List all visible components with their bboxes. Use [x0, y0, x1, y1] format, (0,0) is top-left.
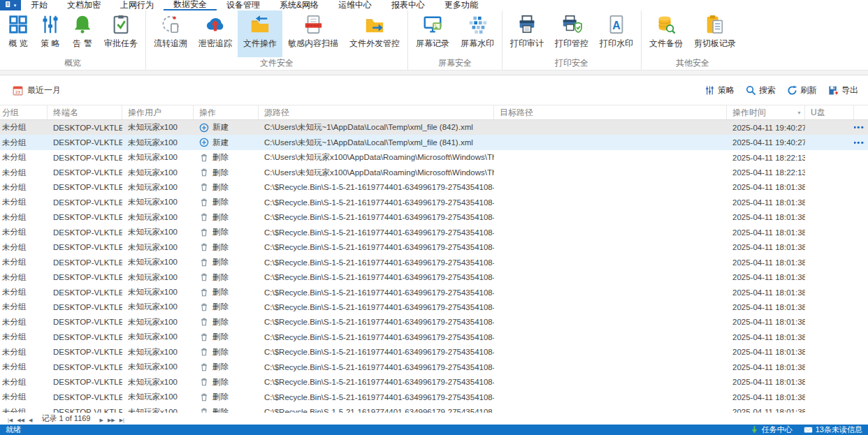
cell-time: 2025-04-11 18:01:38: [727, 288, 805, 297]
table-row[interactable]: 未分组DESKTOP-VLKTLE1未知玩家x100删除C:\$Recycle.…: [0, 374, 868, 389]
ribbon-button-屏幕水印[interactable]: 屏幕水印: [455, 10, 500, 57]
table-row[interactable]: 未分组DESKTOP-VLKTLE1未知玩家x100删除C:\$Recycle.…: [0, 315, 868, 330]
prev-fast-button[interactable]: ◀◀: [15, 418, 27, 422]
ribbon-button-打印审计[interactable]: 打印审计: [505, 10, 549, 57]
cell-group: 未分组: [0, 182, 48, 193]
table-row[interactable]: 未分组DESKTOP-VLKTLE1未知玩家x100删除C:\$Recycle.…: [0, 255, 868, 270]
column-header-操作用户[interactable]: 操作用户: [122, 105, 194, 119]
tab-设备管理[interactable]: 设备管理: [217, 0, 270, 10]
cell-time: 2025-04-11 18:01:38: [727, 363, 805, 371]
ribbon-button-概览[interactable]: 概 览: [2, 10, 34, 57]
ribbon-button-剪切板记录[interactable]: 剪切板记录: [688, 10, 742, 57]
ribbon-button-泄密追踪[interactable]: 泄密追踪: [193, 10, 238, 57]
download-arrow-icon: [750, 425, 759, 434]
table-row[interactable]: 未分组DESKTOP-VLKTLE1未知玩家x100删除C:\$Recycle.…: [0, 195, 868, 209]
operation-label: 删除: [212, 272, 229, 283]
filter-dropdown-icon[interactable]: ▼: [795, 110, 802, 115]
column-header-操作[interactable]: 操作: [194, 105, 259, 119]
cell-user: 未知玩家x100: [122, 138, 194, 148]
table-row[interactable]: 未分组DESKTOP-VLKTLE1未知玩家x100删除C:\Users\未知玩…: [0, 150, 868, 165]
tab-开始[interactable]: 开始: [21, 0, 57, 10]
column-header-终端名[interactable]: 终端名: [48, 105, 122, 119]
column-header-操作时间[interactable]: 操作时间▼: [727, 105, 805, 119]
cell-group: 未分组: [0, 377, 48, 388]
row-actions-button[interactable]: •••: [854, 139, 865, 147]
ribbon-button-屏幕记录[interactable]: 屏幕记录: [410, 10, 455, 57]
table-row[interactable]: 未分组DESKTOP-VLKTLE1未知玩家x100删除C:\$Recycle.…: [0, 180, 868, 195]
toolbar-导出-button[interactable]: 导出: [828, 84, 858, 96]
ribbon-button-告警[interactable]: 告 警: [66, 10, 99, 57]
cell-terminal: DESKTOP-VLKTLE1: [48, 183, 122, 191]
tab-上网行为[interactable]: 上网行为: [110, 0, 164, 10]
unread-messages-button[interactable]: 13条未读信息: [804, 425, 862, 435]
table-row[interactable]: 未分组DESKTOP-VLKTLE1未知玩家x100删除C:\$Recycle.…: [0, 404, 868, 413]
ribbon-button-label: 屏幕记录: [416, 38, 449, 50]
cell-group: 未分组: [0, 152, 48, 163]
pager-left-buttons: |◀◀◀◀: [6, 415, 34, 423]
task-center-button[interactable]: 任务中心: [750, 425, 793, 435]
table-row[interactable]: 未分组DESKTOP-VLKTLE1未知玩家x100删除C:\$Recycle.…: [0, 240, 868, 255]
tab-报表中心[interactable]: 报表中心: [382, 0, 435, 10]
table-row[interactable]: 未分组DESKTOP-VLKTLE1未知玩家x100删除C:\$Recycle.…: [0, 345, 868, 360]
cell-time: 2025-04-11 18:01:38: [727, 183, 805, 191]
cell-group: 未分组: [0, 197, 48, 207]
table-row[interactable]: 未分组DESKTOP-VLKTLE1未知玩家x100删除C:\$Recycle.…: [0, 225, 868, 239]
screen-watermark-icon: [467, 14, 488, 35]
ribbon-button-审批任务[interactable]: 审批任务: [99, 10, 143, 57]
table-row[interactable]: 未分组DESKTOP-VLKTLE1未知玩家x100删除C:\$Recycle.…: [0, 270, 868, 284]
table-row[interactable]: 未分组DESKTOP-VLKTLE1未知玩家x100新建C:\Users\未知玩…: [0, 135, 868, 149]
filter-bar: 23 最近一月 策略搜索刷新导出: [0, 75, 868, 105]
operation-label: 删除: [212, 168, 229, 178]
tab-运维中心[interactable]: 运维中心: [328, 0, 382, 10]
ribbon-button-文件外发管控[interactable]: 文件外发管控: [344, 10, 405, 57]
prev-page-button[interactable]: ◀: [27, 418, 34, 422]
table-row[interactable]: 未分组DESKTOP-VLKTLE1未知玩家x100删除C:\$Recycle.…: [0, 285, 868, 300]
cell-group: 未分组: [0, 332, 48, 342]
table-row[interactable]: 未分组DESKTOP-VLKTLE1未知玩家x100删除C:\$Recycle.…: [0, 360, 868, 374]
ribbon-group-概览: 概 览策 略告 警审批任务概览: [0, 10, 146, 70]
first-page-button[interactable]: |◀: [6, 418, 15, 422]
toolbar-搜索-button[interactable]: 搜索: [746, 84, 776, 96]
ribbon-button-文件备份[interactable]: 文件备份: [644, 10, 688, 57]
next-page-button[interactable]: ▶: [98, 418, 106, 422]
column-header-分组[interactable]: 分组: [0, 105, 48, 119]
toolbar-刷新-button[interactable]: 刷新: [787, 84, 817, 96]
ribbon-button-策略[interactable]: 策 略: [34, 10, 66, 57]
row-actions-button[interactable]: •••: [854, 124, 865, 131]
ribbon-button-敏感内容扫描[interactable]: 敏感内容扫描: [282, 10, 344, 57]
trash-icon: [199, 168, 209, 177]
toolbar-策略-button[interactable]: 策略: [704, 84, 735, 96]
next-fast-button[interactable]: ▶▶: [106, 418, 117, 422]
ribbon-button-打印水印[interactable]: A打印水印: [594, 10, 639, 57]
ribbon-button-打印管控[interactable]: 打印管控: [549, 10, 594, 57]
cell-source-path: C:\Users\未知玩家x100\AppData\Roaming\Micros…: [259, 168, 494, 178]
ribbon-button-流转追溯[interactable]: 流转追溯: [148, 10, 193, 57]
app-menu-button[interactable]: ▼: [0, 0, 21, 10]
table-row[interactable]: 未分组DESKTOP-VLKTLE1未知玩家x100删除C:\$Recycle.…: [0, 390, 868, 404]
cell-source-path: C:\$Recycle.Bin\S-1-5-21-1619774401-6349…: [259, 393, 494, 401]
trash-icon: [199, 258, 209, 267]
column-header-目标路径[interactable]: 目标路径: [494, 105, 727, 119]
ribbon-button-label: 屏幕水印: [461, 38, 494, 50]
table-row[interactable]: 未分组DESKTOP-VLKTLE1未知玩家x100删除C:\$Recycle.…: [0, 210, 868, 225]
column-header-U盘[interactable]: U盘: [805, 105, 854, 119]
tab-数据安全[interactable]: 数据安全: [164, 0, 217, 10]
tab-系统&网络[interactable]: 系统&网络: [270, 0, 328, 10]
ribbon-button-文件操作[interactable]: 文件操作: [238, 10, 282, 57]
table-row[interactable]: 未分组DESKTOP-VLKTLE1未知玩家x100删除C:\Users\未知玩…: [0, 165, 868, 179]
cell-source-path: C:\$Recycle.Bin\S-1-5-21-1619774401-6349…: [259, 363, 494, 371]
tab-文档加密[interactable]: 文档加密: [57, 0, 110, 10]
date-range-filter[interactable]: 23 最近一月: [13, 84, 61, 96]
last-page-button[interactable]: ▶|: [117, 418, 126, 422]
plus-circle-icon: [199, 138, 209, 147]
ribbon-group-label: 文件安全: [148, 57, 405, 70]
column-header-actions[interactable]: [854, 105, 868, 119]
tab-更多功能[interactable]: 更多功能: [435, 0, 488, 10]
trash-icon: [199, 377, 209, 387]
table-row[interactable]: 未分组DESKTOP-VLKTLE1未知玩家x100删除C:\$Recycle.…: [0, 300, 868, 314]
column-header-源路径[interactable]: 源路径: [259, 105, 494, 119]
table-row[interactable]: 未分组DESKTOP-VLKTLE1未知玩家x100新建C:\Users\未知玩…: [0, 120, 868, 135]
table-row[interactable]: 未分组DESKTOP-VLKTLE1未知玩家x100删除C:\$Recycle.…: [0, 330, 868, 344]
cell-user: 未知玩家x100: [122, 362, 194, 372]
policy-sliders-icon: [40, 14, 61, 35]
